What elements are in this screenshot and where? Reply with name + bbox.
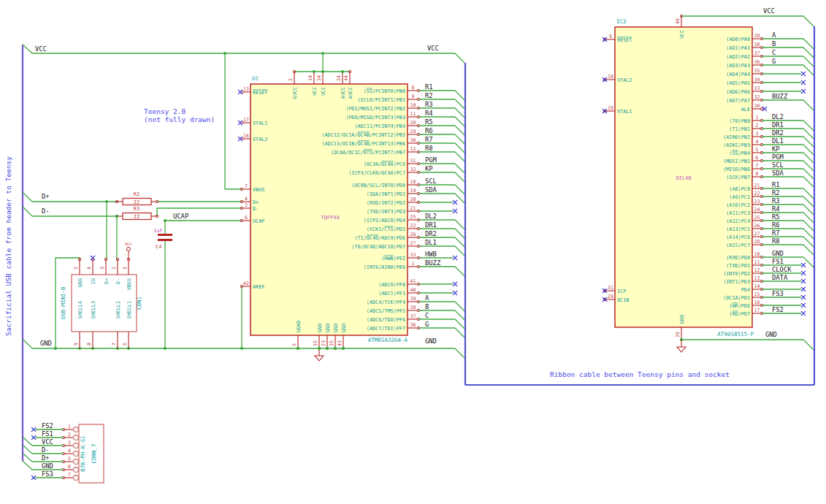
net-label-VCC: VCC: [763, 7, 775, 15]
pin-number: 9: [73, 343, 79, 345]
pin-name: (ADC6/TDO)PF6: [367, 317, 405, 323]
c4-plate: [158, 234, 172, 236]
pin-name: (AIN0)PB2: [723, 134, 750, 140]
c4-plate: [158, 239, 172, 241]
net-label-FS2: FS2: [772, 306, 784, 313]
wire: [23, 339, 32, 348]
wire: [455, 134, 464, 144]
pin-number: 17: [754, 308, 760, 313]
ref-c4: C4: [156, 244, 161, 250]
net-label-R7: R7: [425, 136, 433, 143]
part-con1: USB-MINI-B: [60, 286, 66, 320]
pin-number: 7: [111, 343, 117, 345]
net-label-D+: D+: [42, 454, 50, 462]
gnd-symbol-icon: [315, 356, 324, 361]
conn7-pad: [74, 451, 79, 457]
pin-name: D+: [253, 199, 259, 205]
pin-number: 21: [410, 205, 416, 211]
value-r3: 22: [134, 214, 139, 220]
wire: [455, 267, 464, 276]
junction-dot: [54, 347, 57, 350]
wire: [803, 205, 814, 215]
pin-number: 38: [754, 42, 760, 47]
pin-name: (AD2)PA2: [726, 54, 750, 60]
pin-number: 32: [410, 167, 416, 172]
pin-name: AVCC: [348, 87, 353, 99]
net-label-UCAP: UCAP: [173, 213, 188, 220]
pin-name: (T1/OC4D/ADC9)PD6: [354, 235, 405, 241]
pin-name: AREF: [253, 284, 264, 290]
pin-number: 9: [609, 34, 612, 39]
pin-name: (SS/PCINT0)PB0: [364, 88, 405, 94]
pin-name: (ADC1)PF1: [378, 291, 405, 297]
value-u1: ATMEGA32U4-A: [368, 337, 408, 343]
pin-number: 5: [756, 147, 759, 153]
net-label-FS1: FS1: [42, 430, 53, 438]
pin-number: 22: [754, 191, 760, 196]
ref-u1: U1: [252, 75, 259, 82]
junction-dot: [240, 347, 243, 350]
pin-name: (MISO)PB6: [723, 167, 750, 172]
pin-number: 14: [754, 283, 760, 289]
pin-number: 15: [754, 291, 760, 297]
pin-name: (T0)PB0: [729, 118, 750, 124]
pin-number: 7: [756, 163, 759, 169]
wire: [455, 319, 464, 329]
net-label-A: A: [425, 294, 429, 302]
net-label-SDA: SDA: [772, 169, 784, 177]
pin-name: VBUS: [253, 187, 264, 193]
ref-r3: R3: [134, 206, 139, 212]
pin-name: ALE: [741, 107, 750, 112]
net-label-D-: D-: [42, 446, 50, 454]
pin-number: 32: [754, 94, 760, 100]
net-label-GND: GND: [40, 340, 52, 347]
net-label-R3: R3: [772, 197, 780, 205]
net-label-GND: GND: [772, 250, 784, 257]
pin-name: XTAL1: [253, 121, 267, 126]
pin-name: GND: [325, 324, 331, 332]
wire: [803, 177, 814, 187]
pin-name: (T1)PB1: [729, 126, 750, 132]
pin-name: (ADC5/TMS)PF5: [367, 308, 405, 314]
ref-con1: CON1: [136, 297, 142, 310]
value-c4: 1uF: [153, 228, 163, 234]
pin-name: (AD4)PA4: [726, 72, 750, 77]
wire: [23, 445, 32, 454]
wire: [803, 196, 814, 207]
wire: [803, 100, 814, 110]
wire: [23, 207, 32, 216]
pin-number: 12: [410, 146, 416, 152]
pin-number: 26: [754, 223, 760, 229]
conn7-pad: [74, 435, 79, 440]
pin-name: XTAL2: [617, 77, 632, 83]
pin-number: 10: [754, 251, 760, 257]
pin-name: (RD)PD7: [729, 311, 750, 317]
net-label-D-: D-: [42, 207, 50, 215]
wire: [803, 145, 814, 155]
net-label-DL2: DL2: [425, 213, 437, 220]
net-label-G: G: [772, 58, 776, 65]
pin-number: 20: [410, 196, 416, 202]
pin-number: 18: [410, 179, 416, 185]
pin-name: (XCK1/CTS)PD5: [367, 226, 405, 232]
pin-name: SHELL3: [91, 301, 96, 319]
pin-name: (ADC13/OC1B/OC4B/PCINT13)PB6: [321, 141, 405, 147]
wire: [803, 237, 814, 247]
schematic-canvas[interactable]: U1ATMEGA32U4-ATQFP442UVCC14VCC34VCC24AVC…: [0, 0, 826, 504]
wire: [455, 229, 464, 238]
pin-name: (OC0A/OC1C/RTS/PCINT7)PB7: [331, 150, 405, 156]
pin-name: (AD1)PA1: [726, 45, 750, 51]
pin-name: PD4: [741, 287, 750, 293]
pin-name: (A14)PC6: [726, 234, 750, 240]
net-label-GND: GND: [42, 462, 53, 470]
net-label-GND: GND: [765, 331, 777, 338]
pin-number: 15: [313, 340, 318, 346]
pin-name: (ADC7/TDI)PF7: [367, 326, 405, 332]
pin-name: (PDI/MOSI/PCINT2)PB2: [345, 106, 405, 112]
net-label-SCL: SCL: [425, 177, 437, 185]
junction-dot: [223, 52, 226, 55]
pin-number: 11: [410, 111, 416, 117]
pin-number: 4: [68, 448, 71, 454]
schematic-page: U1ATMEGA32U4-ATQFP442UVCC14VCC34VCC24AVC…: [0, 0, 826, 504]
net-label-HWB: HWB: [425, 251, 437, 258]
